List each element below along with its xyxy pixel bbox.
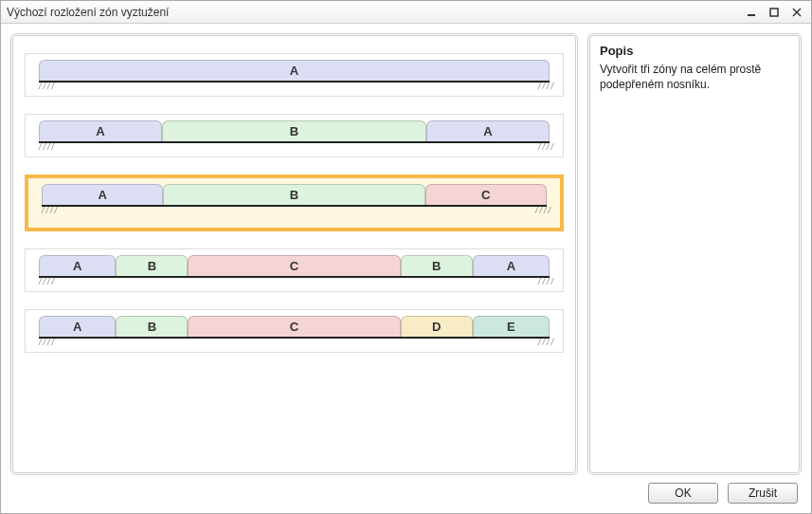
layout-option[interactable]: A//////// xyxy=(25,53,564,97)
zone-segment: A xyxy=(39,60,550,81)
zone-segment: C xyxy=(425,184,547,205)
ok-button[interactable]: OK xyxy=(648,483,718,504)
zone-segment: A xyxy=(39,255,116,276)
cancel-button[interactable]: Zrušit xyxy=(728,483,798,504)
zone-row: ABC//////// xyxy=(42,184,547,207)
zone-row: ABCBA//////// xyxy=(39,255,550,278)
zone-row: ABCDE//////// xyxy=(39,316,550,339)
zone-row: A//////// xyxy=(39,60,550,83)
zone-segment: B xyxy=(116,255,188,276)
maximize-icon[interactable] xyxy=(766,5,783,20)
zone-segment: C xyxy=(188,255,400,276)
zone-segment: A xyxy=(39,316,116,337)
zone-segment: A xyxy=(473,255,550,276)
support-right-icon: //// xyxy=(538,82,555,91)
minimize-icon[interactable] xyxy=(743,5,760,20)
layouts-panel: A////////ABA////////ABC////////ABCBA////… xyxy=(10,33,578,475)
layout-option[interactable]: ABCDE//////// xyxy=(25,309,564,353)
zone-segment: C xyxy=(188,316,400,337)
support-right-icon: //// xyxy=(538,277,555,286)
zone-segment: B xyxy=(116,316,188,337)
support-left-icon: //// xyxy=(39,82,56,91)
layout-option[interactable]: ABC//////// xyxy=(25,174,564,231)
svg-rect-0 xyxy=(748,14,755,16)
zone-segment: B xyxy=(162,120,426,141)
zone-segment: A xyxy=(42,184,163,205)
support-left-icon: //// xyxy=(42,206,59,215)
window-title: Výchozí rozložení zón vyztužení xyxy=(7,6,743,19)
content-area: A////////ABA////////ABC////////ABCBA////… xyxy=(1,24,811,513)
zone-segment: B xyxy=(401,255,473,276)
zone-segment: A xyxy=(426,120,550,141)
zone-row: ABA//////// xyxy=(39,120,550,143)
window-controls xyxy=(743,5,805,20)
dialog-buttons: OK Zrušit xyxy=(10,483,802,504)
main-row: A////////ABA////////ABC////////ABCBA////… xyxy=(10,33,802,475)
zone-segment: B xyxy=(163,184,424,205)
support-left-icon: //// xyxy=(39,142,56,152)
close-icon[interactable] xyxy=(788,5,805,20)
description-heading: Popis xyxy=(600,44,789,58)
zone-segment: E xyxy=(473,316,550,337)
svg-rect-1 xyxy=(770,9,778,16)
support-right-icon: //// xyxy=(535,206,552,215)
support-left-icon: //// xyxy=(39,277,56,286)
titlebar: Výchozí rozložení zón vyztužení xyxy=(1,1,811,24)
description-text: Vytvořit tři zóny na celém prostě podepř… xyxy=(600,62,789,92)
zone-segment: D xyxy=(401,316,473,337)
support-right-icon: //// xyxy=(538,142,555,152)
description-panel: Popis Vytvořit tři zóny na celém prostě … xyxy=(587,33,802,475)
layout-option[interactable]: ABCBA//////// xyxy=(25,248,564,292)
support-left-icon: //// xyxy=(39,338,56,347)
layout-option[interactable]: ABA//////// xyxy=(25,114,564,157)
zone-segment: A xyxy=(39,120,162,141)
support-right-icon: //// xyxy=(538,338,555,347)
